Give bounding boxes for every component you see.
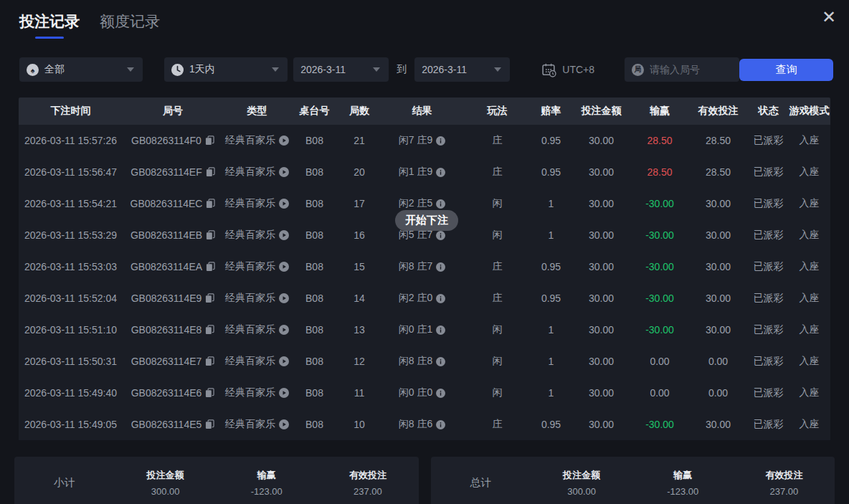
cell-result: 闲2 庄0 [381,292,463,305]
info-icon[interactable] [436,325,445,335]
cell-result: 闲2 庄5 [381,197,463,210]
cell-round-count: 13 [338,324,381,336]
cell-winloss: -30.00 [632,293,688,304]
info-icon[interactable] [436,420,445,429]
cell-game-type: 经典百家乐 [223,386,291,399]
cell-game-mode: 入座 [788,260,830,273]
game-type-value: 全部 [44,63,65,76]
cell-winloss: -30.00 [632,198,688,209]
cell-table-no: B08 [291,324,338,336]
tab-quota-records[interactable]: 额度记录 [100,11,160,39]
cell-odds: 1 [531,198,571,209]
game-type-dropdown[interactable]: ♠ 全部 [19,57,143,82]
play-icon[interactable] [279,199,289,209]
column-header: 局号 [123,105,223,118]
table-row: 2026-03-11 15:50:31 GB08263114E7 经典百家乐 B… [19,346,830,377]
info-icon[interactable] [436,262,445,272]
to-label: 到 [397,63,407,76]
cell-odds: 0.95 [531,419,571,430]
cell-round-id: GB08263114EC [123,198,223,209]
cell-game-type: 经典百家乐 [223,229,291,242]
cell-bet-time: 2026-03-11 15:52:04 [19,293,123,304]
cell-bet-amount: 30.00 [571,166,632,178]
date-from-picker[interactable]: 2026-3-11 [293,57,389,82]
cell-result: 闲8 庄7 [381,260,463,273]
start-betting-toast: 开始下注 [395,210,458,231]
cell-bet-amount: 30.00 [571,387,632,399]
table-row: 2026-03-11 15:57:26 GB08263114F0 经典百家乐 B… [19,125,830,156]
play-icon[interactable] [279,419,289,429]
play-icon[interactable] [279,167,289,177]
copy-icon[interactable] [206,199,215,209]
cell-round-count: 14 [338,293,381,304]
copy-icon[interactable] [205,356,214,366]
column-header: 桌台号 [291,105,338,118]
play-icon[interactable] [279,356,289,366]
time-range-dropdown[interactable]: 1天内 [164,57,288,82]
cell-game-type: 经典百家乐 [223,292,291,305]
clock-icon [171,64,184,76]
cell-round-id: GB08263114E9 [123,293,223,304]
info-icon[interactable] [436,168,445,177]
play-icon[interactable] [279,230,289,240]
cell-table-no: B08 [291,293,338,304]
cell-odds: 0.95 [531,166,571,178]
cell-game-mode: 入座 [788,197,830,210]
cell-play-type: 庄 [463,292,531,305]
round-search-box[interactable]: 局 [625,57,739,82]
cell-valid-bet: 30.00 [688,293,749,304]
copy-icon[interactable] [205,388,214,398]
play-icon[interactable] [279,325,289,335]
column-header: 投注金额 [571,105,632,118]
copy-icon[interactable] [206,262,215,272]
cell-odds: 1 [531,387,571,399]
cell-valid-bet: 30.00 [688,419,749,430]
date-to-value: 2026-3-11 [422,64,467,75]
table-row: 2026-03-11 15:49:05 GB08263114E5 经典百家乐 B… [19,409,830,440]
copy-icon[interactable] [205,135,214,146]
table-row: 2026-03-11 15:49:40 GB08263114E6 经典百家乐 B… [19,377,830,409]
play-icon[interactable] [279,293,289,303]
cell-bet-amount: 30.00 [571,198,632,209]
date-from-value: 2026-3-11 [300,64,346,75]
cell-bet-time: 2026-03-11 15:54:21 [19,198,123,209]
cell-round-count: 11 [338,387,381,399]
cell-round-count: 15 [338,261,381,272]
cell-bet-time: 2026-03-11 15:53:29 [19,229,123,241]
tab-betting-records[interactable]: 投注记录 [19,11,80,39]
cell-round-id: GB08263114E5 [123,419,223,430]
play-icon[interactable] [279,388,289,398]
info-icon[interactable] [436,231,445,240]
cell-status: 已派彩 [749,418,788,431]
cell-game-type: 经典百家乐 [223,134,291,147]
date-to-picker[interactable]: 2026-3-11 [414,57,510,82]
records-table: 下注时间局号类型桌台号局数结果玩法赔率投注金额输赢有效投注状态游戏模式 2026… [19,98,830,440]
play-icon[interactable] [279,262,289,272]
copy-icon[interactable] [205,325,214,335]
close-icon[interactable]: ✕ [819,6,839,29]
cell-play-type: 庄 [463,418,531,431]
cell-bet-time: 2026-03-11 15:49:05 [19,419,123,430]
chevron-down-icon [494,67,501,72]
copy-icon[interactable] [205,419,214,429]
round-search-input[interactable] [650,64,729,75]
info-icon[interactable] [436,294,445,303]
info-icon[interactable] [436,136,445,146]
cell-bet-amount: 30.00 [571,229,632,241]
info-icon[interactable] [436,389,445,398]
cell-round-id: GB08263114F0 [123,135,223,146]
query-button[interactable]: 查询 [739,59,833,81]
cell-round-count: 10 [338,419,381,430]
cell-status: 已派彩 [749,355,788,368]
play-icon[interactable] [279,135,289,146]
cell-winloss: -30.00 [632,229,688,241]
cell-round-id: GB08263114E7 [123,356,223,367]
cell-valid-bet: 30.00 [688,198,749,209]
cell-game-mode: 入座 [788,418,830,431]
copy-icon[interactable] [205,293,214,303]
table-header-row: 下注时间局号类型桌台号局数结果玩法赔率投注金额输赢有效投注状态游戏模式 [19,98,830,125]
copy-icon[interactable] [206,230,215,240]
copy-icon[interactable] [206,167,215,177]
info-icon[interactable] [436,357,445,366]
info-icon[interactable] [436,199,445,209]
